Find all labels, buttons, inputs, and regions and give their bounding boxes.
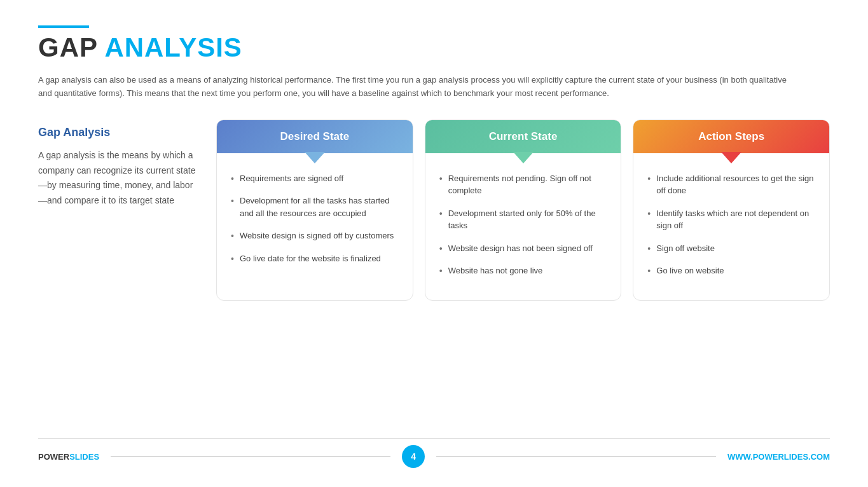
cards-area: Desired State Requirements are signed of…	[216, 120, 830, 301]
page-title: GAP ANALYSIS	[38, 33, 830, 62]
list-item: Include additional resources to get the …	[646, 172, 816, 197]
footer-line-right	[436, 456, 716, 457]
description-text: A gap analysis can also be used as a mea…	[38, 74, 801, 100]
list-item: Go live on website	[646, 264, 816, 277]
footer-line-left	[111, 456, 390, 457]
list-item: Website has not gone live	[438, 264, 609, 277]
current-state-card: Current State Requirements not pending. …	[425, 120, 622, 301]
footer-brand: POWERSLIDES	[38, 452, 99, 462]
list-item: Development for all the tasks has starte…	[230, 195, 400, 219]
title-gap: GAP	[38, 32, 104, 62]
list-item: Requirements not pending. Sign off not c…	[438, 172, 609, 197]
desired-state-body: Requirements are signed off Development …	[217, 153, 413, 300]
slide: GAP ANALYSIS A gap analysis can also be …	[0, 0, 868, 487]
desired-state-list: Requirements are signed off Development …	[230, 172, 400, 265]
desired-state-label: Desired State	[280, 130, 350, 142]
brand-slides: SLIDES	[69, 452, 99, 462]
desired-state-header: Desired State	[217, 120, 413, 153]
list-item: Development started only for 50% of the …	[438, 207, 609, 232]
current-state-body: Requirements not pending. Sign off not c…	[425, 153, 621, 300]
action-steps-card: Action Steps Include additional resource…	[633, 120, 830, 301]
title-analysis: ANALYSIS	[104, 32, 242, 62]
current-state-list: Requirements not pending. Sign off not c…	[438, 172, 609, 277]
list-item: Sign off website	[646, 242, 816, 255]
list-item: Identify tasks which are not dependent o…	[646, 207, 816, 232]
list-item: Requirements are signed off	[230, 172, 400, 185]
action-steps-header: Action Steps	[633, 120, 829, 153]
page-number: 4	[402, 445, 425, 468]
footer-website: WWW.POWERLIDES.COM	[727, 452, 830, 462]
left-panel: Gap Analysis A gap analysis is the means…	[38, 120, 216, 209]
list-item: Go live date for the website is finalize…	[230, 252, 400, 265]
brand-power: POWER	[38, 452, 69, 462]
current-state-header: Current State	[425, 120, 621, 153]
action-steps-label: Action Steps	[698, 130, 764, 142]
main-content: Gap Analysis A gap analysis is the means…	[38, 120, 830, 438]
current-state-label: Current State	[489, 130, 558, 142]
action-steps-body: Include additional resources to get the …	[633, 153, 829, 300]
desired-state-card: Desired State Requirements are signed of…	[216, 120, 413, 301]
header-bar	[38, 25, 89, 28]
action-steps-list: Include additional resources to get the …	[646, 172, 816, 277]
footer: POWERSLIDES 4 WWW.POWERLIDES.COM	[38, 438, 830, 468]
left-panel-text: A gap analysis is the means by which a c…	[38, 148, 197, 209]
list-item: Website design is signed off by customer…	[230, 230, 400, 242]
list-item: Website design has not been signed off	[438, 242, 609, 255]
left-panel-title: Gap Analysis	[38, 126, 197, 139]
